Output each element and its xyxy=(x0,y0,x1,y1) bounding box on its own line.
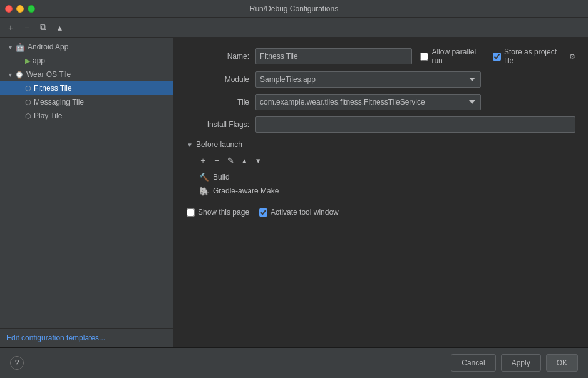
move-task-down-button[interactable]: ▾ xyxy=(252,154,264,166)
activate-tool-checkbox[interactable] xyxy=(259,208,267,217)
remove-task-button[interactable]: − xyxy=(210,154,223,166)
section-collapse-arrow: ▼ xyxy=(187,141,193,148)
install-flags-label: Install Flags: xyxy=(187,120,255,129)
activate-tool-label: Activate tool window xyxy=(271,208,339,217)
sidebar-item-android-app[interactable]: ▾ 🤖 Android App xyxy=(0,40,173,54)
expand-arrow-wear-os: ▾ xyxy=(5,71,15,78)
allow-parallel-checkbox[interactable] xyxy=(420,53,428,61)
edit-config-templates-link[interactable]: Edit configuration templates... xyxy=(0,328,173,347)
gradle-task-label: Gradle-aware Make xyxy=(213,186,279,195)
config-form: Name: Allow parallel run Store as projec… xyxy=(174,38,588,347)
apply-button[interactable]: Apply xyxy=(501,354,541,372)
build-task-label: Build xyxy=(213,173,230,181)
install-flags-row: Install Flags: xyxy=(187,116,575,133)
app-label: app xyxy=(33,56,45,65)
play-tile-label: Play Tile xyxy=(34,111,62,120)
sidebar-item-fitness-tile[interactable]: ⬡ Fitness Tile xyxy=(0,81,173,95)
config-tree-panel: ▾ 🤖 Android App ▶ app ▾ ⌚ Wear OS Tile xyxy=(0,38,174,347)
cancel-button[interactable]: Cancel xyxy=(451,354,495,372)
main-content: ▾ 🤖 Android App ▶ app ▾ ⌚ Wear OS Tile xyxy=(0,38,588,347)
window-title: Run/Debug Configurations xyxy=(250,4,338,13)
sidebar-item-play-tile[interactable]: ⬡ Play Tile xyxy=(0,109,173,123)
before-launch-toolbar: + − ✎ ▴ ▾ xyxy=(197,154,575,166)
tile-icon-fitness: ⬡ xyxy=(25,84,31,93)
allow-parallel-checkbox-group: Allow parallel run xyxy=(420,48,485,65)
messaging-tile-label: Messaging Tile xyxy=(34,98,84,106)
name-input[interactable] xyxy=(255,48,412,64)
copy-config-button[interactable]: ⧉ xyxy=(36,21,50,34)
sidebar-item-app[interactable]: ▶ app xyxy=(0,54,173,68)
task-list: 🔨 Build 🐘 Gradle-aware Make xyxy=(197,170,575,198)
before-launch-section: ▼ Before launch + − ✎ ▴ ▾ 🔨 Build xyxy=(187,140,575,217)
store-project-checkbox[interactable] xyxy=(493,53,501,61)
add-config-button[interactable]: + xyxy=(4,21,18,34)
android-app-label: Android App xyxy=(28,43,68,51)
store-project-checkbox-group: Store as project file ⚙ xyxy=(493,48,575,65)
wear-os-icon: ⌚ xyxy=(15,71,24,79)
wear-os-label: Wear OS Tile xyxy=(26,70,71,79)
fitness-tile-label: Fitness Tile xyxy=(34,84,72,93)
task-gradle-make[interactable]: 🐘 Gradle-aware Make xyxy=(197,184,575,198)
remove-config-button[interactable]: − xyxy=(20,21,34,34)
tile-select[interactable]: com.example.wear.tiles.fitness.FitnessTi… xyxy=(255,94,481,110)
sidebar-item-wear-os[interactable]: ▾ ⌚ Wear OS Tile xyxy=(0,68,173,81)
edit-task-button[interactable]: ✎ xyxy=(224,154,237,166)
title-bar: Run/Debug Configurations xyxy=(0,0,588,18)
tile-icon-play: ⬡ xyxy=(25,112,31,120)
add-task-button[interactable]: + xyxy=(197,154,209,166)
name-row: Name: Allow parallel run Store as projec… xyxy=(187,48,575,65)
ok-button[interactable]: OK xyxy=(546,354,578,372)
show-page-label: Show this page xyxy=(198,208,249,217)
close-button[interactable] xyxy=(5,5,13,13)
store-project-label: Store as project file xyxy=(504,48,564,65)
config-tree: ▾ 🤖 Android App ▶ app ▾ ⌚ Wear OS Tile xyxy=(0,38,173,328)
before-launch-label: Before launch xyxy=(196,140,242,149)
gradle-icon: 🐘 xyxy=(199,186,209,196)
move-task-up-button[interactable]: ▴ xyxy=(238,154,250,166)
task-build[interactable]: 🔨 Build xyxy=(197,170,575,184)
help-button[interactable]: ? xyxy=(10,356,24,370)
build-icon: 🔨 xyxy=(199,173,209,182)
show-page-checkbox[interactable] xyxy=(187,208,195,217)
footer: ? Cancel Apply OK xyxy=(0,347,588,378)
minimize-button[interactable] xyxy=(16,5,24,13)
module-row: Module SampleTiles.app xyxy=(187,71,575,88)
install-flags-input[interactable] xyxy=(255,116,575,133)
main-toolbar: + − ⧉ ▴ xyxy=(0,18,588,38)
android-icon: 🤖 xyxy=(15,43,25,52)
tile-row: Tile com.example.wear.tiles.fitness.Fitn… xyxy=(187,94,575,110)
sidebar-item-messaging-tile[interactable]: ⬡ Messaging Tile xyxy=(0,95,173,109)
maximize-button[interactable] xyxy=(28,5,35,13)
tile-label: Tile xyxy=(187,98,255,106)
module-select[interactable]: SampleTiles.app xyxy=(255,71,481,88)
allow-parallel-label: Allow parallel run xyxy=(431,48,485,65)
show-page-group: Show this page xyxy=(187,208,249,217)
activate-tool-group: Activate tool window xyxy=(259,208,339,217)
move-config-up-button[interactable]: ▴ xyxy=(53,21,66,34)
module-label: Module xyxy=(187,75,255,84)
config-detail-panel: Name: Allow parallel run Store as projec… xyxy=(174,38,588,347)
before-launch-header[interactable]: ▼ Before launch xyxy=(187,140,575,149)
expand-arrow-android-app: ▾ xyxy=(5,44,15,51)
bottom-options: Show this page Activate tool window xyxy=(187,208,575,217)
tile-icon-messaging: ⬡ xyxy=(25,98,31,106)
name-label: Name: xyxy=(187,52,255,61)
run-config-icon-app: ▶ xyxy=(25,57,30,65)
window-controls xyxy=(5,5,35,13)
store-project-icon: ⚙ xyxy=(569,53,575,61)
